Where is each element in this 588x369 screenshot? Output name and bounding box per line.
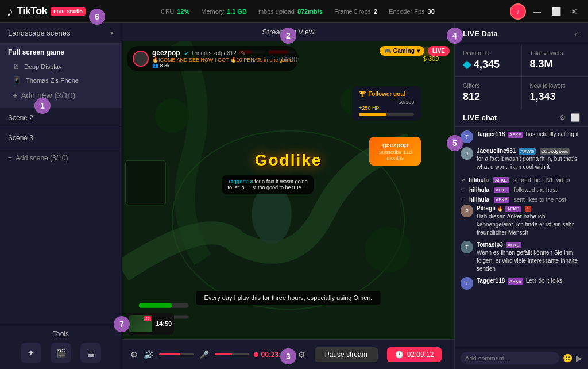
- chat-settings-button[interactable]: ⚙: [559, 113, 566, 122]
- chat-username: Tagger118: [477, 278, 505, 284]
- camera-tool-button[interactable]: 🎬: [51, 343, 71, 363]
- gifters-label: Gifters: [463, 83, 513, 89]
- upload-stat: mbps upload 872mb/s: [258, 8, 323, 15]
- memory-value: 1.1 GB: [227, 8, 247, 15]
- total-viewers-label: Total viewers: [530, 50, 581, 56]
- emoji-button[interactable]: 🙂: [563, 353, 572, 363]
- send-button[interactable]: ▶: [576, 353, 582, 363]
- chat-content: Pihagii 🔥 AFKE 1 Hah diesen Anker habe i…: [477, 205, 582, 237]
- upload-label: mbps upload: [258, 8, 295, 15]
- chat-badge: AFKE: [505, 206, 521, 212]
- follow-icon: ♡: [461, 187, 466, 193]
- subscribe-label: Subscribe 11d months: [376, 149, 414, 161]
- rec-dot: [254, 352, 258, 357]
- add-scene-button[interactable]: + Add scene (3/10): [0, 148, 122, 168]
- home-icon[interactable]: ⌂: [575, 29, 580, 38]
- maximize-button[interactable]: ⬜: [549, 5, 563, 18]
- subscribe-popup: geezpop Subscribe 11d months: [369, 137, 421, 166]
- layout-tool-button[interactable]: ▤: [80, 343, 101, 363]
- streamer-avatar: [133, 51, 149, 67]
- mic-slider[interactable]: [215, 353, 249, 355]
- new-followers-label: New followers: [530, 83, 581, 89]
- volume-slider[interactable]: [159, 353, 194, 355]
- monitor-icon: 🖥: [13, 63, 20, 71]
- subscribe-username: geezpop: [376, 141, 414, 148]
- thumbnail-preview: 12: [129, 315, 152, 332]
- pause-stream-button[interactable]: Pause stream: [315, 347, 378, 362]
- settings-sliders-button[interactable]: ⚙: [130, 350, 138, 359]
- caption-bar: Every day I play this for three hours, e…: [196, 291, 381, 305]
- scenes-title: Landscape scenes: [8, 29, 70, 37]
- annotation-5: 5: [447, 135, 463, 151]
- comment-input[interactable]: [461, 352, 559, 364]
- tools-icons: ✦ 🎬 ▤: [8, 343, 114, 363]
- chat-message: P Pihagii 🔥 AFKE 1 Hah diesen Anker habe…: [461, 205, 582, 237]
- annotation-1: 1: [34, 98, 51, 114]
- chat-expand-button[interactable]: ⬜: [571, 113, 580, 122]
- clock-icon: 🕐: [395, 351, 404, 359]
- scene-item-2[interactable]: Scene 2: [0, 108, 122, 128]
- game-background: 04:00 $ 309 geezpop ✔: [122, 41, 454, 339]
- encoder-label: Encoder Fps: [389, 8, 424, 15]
- stats-bar: CPU 12% Memory 1.1 GB mbps upload 872mb/…: [86, 8, 510, 15]
- chat-badge-row: @rowdywrec: [540, 148, 570, 155]
- chat-actions: ⚙ ⬜: [559, 113, 580, 122]
- chat-badge: AFKE: [508, 132, 523, 138]
- tiktok-logo: ♪ TikTok LIVE Studio: [7, 4, 86, 19]
- close-button[interactable]: ✕: [567, 5, 581, 18]
- chat-content: Tagger118 AFKE has actually calling it: [477, 130, 582, 139]
- verified-icon: ✔: [184, 50, 189, 56]
- upload-value: 872mb/s: [297, 8, 323, 15]
- source-label: Depp Display: [24, 63, 61, 70]
- source-label: Thomas Z's Phone: [26, 77, 79, 84]
- chat-message: T Tagger118 AFKE has actually calling it: [461, 130, 582, 143]
- memory-label: Memory: [201, 8, 224, 15]
- ctrl-left: ⚙ 🔊 🎤: [130, 350, 249, 359]
- chat-badge: AFKE: [494, 187, 509, 193]
- chat-badge-afwg: AFWG: [519, 148, 536, 155]
- source-depp-display[interactable]: 🖥 Depp Display: [8, 60, 114, 74]
- diamond-icon: ◆: [463, 59, 471, 70]
- chat-username: Tagger118: [477, 131, 505, 137]
- top-bar: ♪ TikTok LIVE Studio CPU 12% Memory 1.1 …: [0, 0, 588, 23]
- stream-thumbnail: 12 14:59: [127, 313, 174, 335]
- diamonds-label: Diamonds: [463, 50, 513, 56]
- annotation-3: 3: [280, 348, 296, 364]
- chat-event-likes: ♡ hilihula AFKE sent likes to the host: [461, 195, 582, 205]
- scene-item-3[interactable]: Scene 3: [0, 128, 122, 148]
- users-icon: 👥: [152, 63, 158, 68]
- new-followers-stat-box: New followers 1,343: [522, 77, 589, 109]
- cpu-label: CPU: [161, 8, 174, 15]
- tools-section: 7 Tools ✦ 🎬 ▤: [0, 324, 122, 369]
- chat-badge: AFKE: [508, 278, 523, 285]
- scenes-header[interactable]: Landscape scenes ▾: [0, 23, 122, 44]
- diamonds-value: ◆ 4,345: [463, 58, 513, 71]
- chat-message: T Tomaslp3 AFKE Wenn es Ihnen gefällt kö…: [461, 241, 582, 273]
- stream-subtitle: 🔥ICOME AND SEE HOW I GOT 🔥10 PENATs in o…: [152, 57, 292, 63]
- stream-viewers: 👥 8.3k: [152, 63, 292, 68]
- end-stream-button[interactable]: 🕐 02:09:12: [387, 347, 442, 362]
- mic-icon[interactable]: 🎤: [199, 350, 209, 359]
- effects-tool-button[interactable]: ✦: [21, 343, 41, 363]
- settings-button[interactable]: ⚙: [298, 350, 305, 359]
- chat-username: Tomaslp3: [477, 241, 503, 248]
- encoder-stat: Encoder Fps 30: [389, 8, 435, 15]
- follower-progress-bar: [359, 113, 414, 116]
- new-followers-value: 1,343: [530, 91, 581, 103]
- avatar: T: [461, 241, 473, 253]
- end-time: 02:09:12: [407, 351, 434, 359]
- encoder-value: 30: [428, 8, 435, 15]
- chat-content: Jacqueline931 AFWG @rowdywrec for a fact…: [477, 147, 582, 171]
- scene-item-fullscreen[interactable]: Full screen game 🖥 Depp Display 📱 Thomas…: [0, 44, 122, 108]
- stream-username-bar: geezpop ✔ Thomas zolpa812 ✎ 🔥ICOME AND S…: [127, 46, 298, 71]
- main-layout: 1 Landscape scenes ▾ Full screen game 🖥 …: [0, 23, 588, 369]
- follower-goal-title: 🏆 Follower goal: [359, 91, 414, 97]
- avatar: T: [461, 277, 473, 290]
- add-new-source[interactable]: + Add new (2/10): [8, 87, 114, 103]
- volume-icon[interactable]: 🔊: [144, 350, 153, 359]
- chat-content: Tagger118 AFKE Lets do it folks: [477, 277, 582, 285]
- live-studio-badge: LIVE Studio: [51, 7, 86, 16]
- source-thomas-phone[interactable]: 📱 Thomas Z's Phone: [8, 74, 114, 87]
- annotation-6: 6: [89, 9, 105, 25]
- minimize-button[interactable]: —: [531, 5, 544, 18]
